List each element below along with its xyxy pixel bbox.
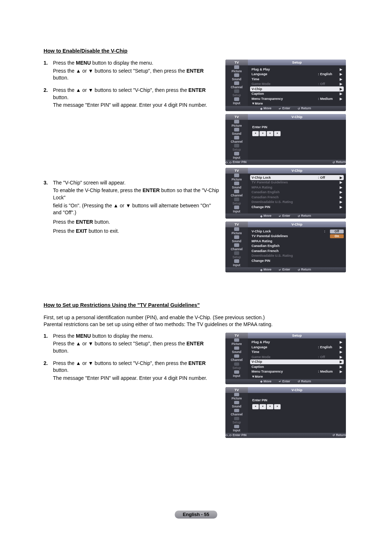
pin-boxes: * * * * xyxy=(252,131,342,136)
move-icon: ◆ xyxy=(260,268,262,272)
row-language: Language:English▶ xyxy=(250,72,344,77)
pin-digit: * xyxy=(260,131,266,136)
sound-icon xyxy=(234,346,239,350)
osd-footer: ◆Move ↵Enter ↺Return xyxy=(225,379,346,384)
osd-tv-label: TV xyxy=(225,333,248,338)
row-tvpg: TV Parental Guidelines xyxy=(250,234,328,239)
t: Press the xyxy=(53,228,76,234)
side-setup: Setup xyxy=(225,198,248,206)
t: The message "Enter PIN" will appear. Ent… xyxy=(53,102,220,109)
row-change-pin: Change PIN xyxy=(250,258,328,263)
t: button. xyxy=(53,348,69,354)
osd-title: V-Chip xyxy=(248,168,346,174)
t: To enable the V-Chip feature, press the xyxy=(53,187,143,193)
enterpin-icon: O..O xyxy=(225,161,232,165)
side-setup: Setup xyxy=(225,144,248,152)
return-icon: ↺ xyxy=(298,107,300,111)
pin-digit: * xyxy=(252,404,259,409)
move-icon: ◆ xyxy=(260,379,262,383)
osd-vchip-pin: TV V-Chip Picture Sound Channel Setup In… xyxy=(225,114,346,165)
t: Press the xyxy=(53,60,76,66)
pin-digit: * xyxy=(274,404,281,409)
osd-title: V-Chip xyxy=(248,114,346,120)
step-2-2: 2. Press the ▲ or ▼ buttons to select "V… xyxy=(44,360,220,383)
row-vchip-lock: V-Chip Lock:Off▶ xyxy=(250,175,344,180)
side-sound: Sound xyxy=(225,128,248,136)
side-input: Input xyxy=(225,97,248,105)
t: button to display the menu. xyxy=(91,60,153,66)
setup-icon xyxy=(234,417,239,420)
osd-title: Setup xyxy=(248,333,346,338)
side-sound: Sound xyxy=(225,73,248,81)
row-change-pin: Change PIN▶ xyxy=(250,204,344,210)
row-dl: Downloadable U.S. Rating xyxy=(250,253,328,259)
row-language: Language:English▶ xyxy=(250,345,344,350)
side-channel: Channel xyxy=(225,190,248,198)
pin-digit: * xyxy=(267,404,273,409)
step-num: 1. xyxy=(44,60,53,82)
side-channel: Channel xyxy=(225,81,248,89)
t: field is "On". (Pressing the ▲ or ▼ butt… xyxy=(53,202,220,216)
row-time: Time▶ xyxy=(250,350,344,355)
osd-footer: ◆Move ↵Enter ↺Return xyxy=(225,214,346,219)
osd-vchip-toggle: TV V-Chip Picture Sound Channel Setup In… xyxy=(225,222,346,272)
t: Press the ▲ or ▼ buttons to select "V-Ch… xyxy=(53,360,188,366)
t: button. xyxy=(53,94,69,100)
step-num: 2. xyxy=(44,87,53,110)
step-num: 1. xyxy=(44,333,53,356)
osd-tv-label: TV xyxy=(225,222,248,227)
side-sound: Sound xyxy=(225,401,248,409)
input-icon xyxy=(234,370,239,374)
side-setup: Setup xyxy=(225,362,248,370)
side-sound: Sound xyxy=(225,182,248,190)
option-off: Off xyxy=(330,230,344,234)
side-setup: Setup xyxy=(225,417,248,425)
row-mpaa: MPAA Rating▶ xyxy=(250,185,344,190)
side-setup: Setup xyxy=(225,89,248,97)
input-icon xyxy=(234,259,239,263)
row-can-fr: Canadian French▶ xyxy=(250,195,344,200)
input-icon xyxy=(234,152,239,155)
t: ENTER xyxy=(143,187,160,193)
enter-icon: ↵ xyxy=(279,214,281,218)
side-setup: Setup xyxy=(225,251,248,259)
step-num: 3. xyxy=(44,179,53,236)
side-channel: Channel xyxy=(225,354,248,362)
row-caption: Caption▶ xyxy=(250,364,344,369)
move-icon: ◆ xyxy=(260,107,262,111)
t: Press the ▲ or ▼ buttons to select "V-Ch… xyxy=(53,87,188,93)
setup-icon xyxy=(234,251,239,255)
side-channel: Channel xyxy=(225,243,248,251)
osd-tv-label: TV xyxy=(225,114,248,120)
side-sound: Sound xyxy=(225,235,248,243)
channel-icon xyxy=(234,136,239,139)
step-1-1: 1. Press the MENU button to display the … xyxy=(44,60,220,82)
input-icon xyxy=(234,97,239,101)
return-icon: ↺ xyxy=(298,214,300,218)
sound-icon xyxy=(234,73,239,77)
row-menu-transparency: Menu Transparency:Medium▶ xyxy=(250,96,344,101)
return-icon: ↺ xyxy=(298,379,300,383)
row-dl: Downloadable U.S. Rating▶ xyxy=(250,200,344,205)
page-footer: English - 55 xyxy=(175,511,217,519)
channel-icon xyxy=(234,354,239,358)
side-input: Input xyxy=(225,206,248,214)
setup-icon xyxy=(234,89,239,93)
row-more: ▼More xyxy=(250,374,344,379)
picture-icon xyxy=(234,174,239,177)
t: The message "Enter PIN" will appear. Ent… xyxy=(53,375,220,382)
row-vchip-lock: V-Chip Lock: xyxy=(250,229,328,234)
osd-footer: O..OEnter PIN ↺Return xyxy=(225,160,346,165)
picture-icon xyxy=(234,393,239,396)
row-vchip: V-Chip▶ xyxy=(250,360,344,365)
move-icon: ◆ xyxy=(260,214,262,218)
sound-icon xyxy=(234,401,239,404)
row-caption: Caption▶ xyxy=(250,92,344,97)
intro-line-2: Parental restrictions can be set up usin… xyxy=(44,321,341,328)
osd-setup: TV Setup Picture Sound Channel Setup Inp… xyxy=(225,333,346,384)
pin-digit: * xyxy=(274,131,281,136)
osd-footer: ◆Move ↵Enter ↺Return xyxy=(225,267,346,272)
sound-icon xyxy=(234,235,239,239)
pin-boxes: * * * * xyxy=(252,404,342,409)
osd-title: Setup xyxy=(248,60,346,65)
